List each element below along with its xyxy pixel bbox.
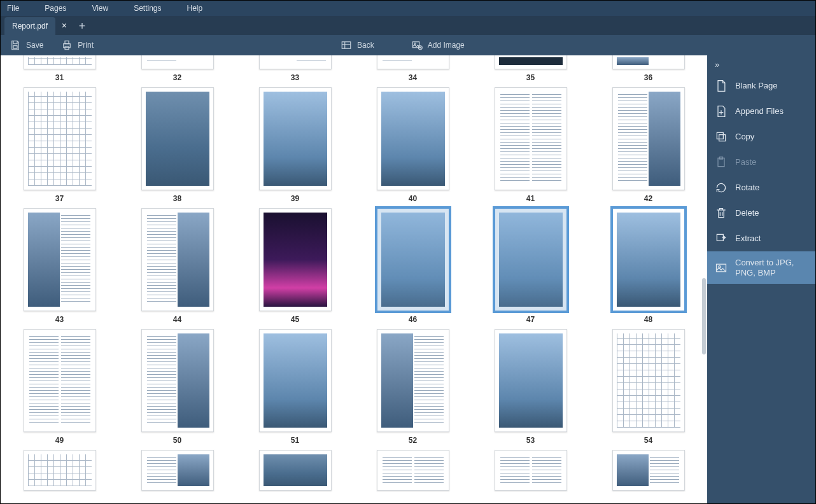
back-button[interactable]: Back xyxy=(332,39,383,51)
page-number: 52 xyxy=(409,436,417,445)
page-thumb[interactable] xyxy=(495,450,567,491)
sidebar-delete[interactable]: Delete xyxy=(707,200,815,226)
page-thumb[interactable] xyxy=(259,329,332,432)
page-number: 37 xyxy=(55,194,64,203)
menu-file[interactable]: File xyxy=(7,4,19,13)
page-thumb[interactable] xyxy=(259,87,332,190)
sidebar-item-label: Blank Page xyxy=(735,81,778,91)
page-number: 47 xyxy=(526,315,535,324)
page-thumb[interactable] xyxy=(259,450,332,491)
page-thumb[interactable] xyxy=(24,329,96,432)
page-thumb[interactable] xyxy=(24,87,96,190)
page-thumb[interactable] xyxy=(141,55,214,69)
menu-settings[interactable]: Settings xyxy=(134,4,161,13)
svg-rect-0 xyxy=(13,46,17,49)
page-thumb[interactable] xyxy=(612,87,685,190)
add-image-label: Add Image xyxy=(428,41,465,50)
svg-rect-4 xyxy=(342,42,351,49)
new-tab-button[interactable]: + xyxy=(73,17,91,35)
page-thumb[interactable] xyxy=(24,450,96,491)
print-button[interactable]: Print xyxy=(52,39,102,51)
menu-pages[interactable]: Pages xyxy=(45,4,66,13)
page-thumb[interactable] xyxy=(612,329,685,432)
page-number: 38 xyxy=(173,194,181,203)
page-thumb[interactable] xyxy=(24,208,96,311)
sidebar-item-label: Delete xyxy=(735,208,759,218)
sidebar-item-label: Copy xyxy=(735,132,754,142)
page-thumb[interactable] xyxy=(377,450,449,491)
sidebar-item-label: Rotate xyxy=(735,183,759,193)
page-thumb[interactable] xyxy=(259,208,332,311)
page-number: 46 xyxy=(409,315,417,324)
sidebar-blank-page[interactable]: Blank Page xyxy=(707,73,815,99)
add-image-button[interactable]: Add Image xyxy=(402,39,474,51)
page-thumb[interactable] xyxy=(141,450,214,491)
page-thumb[interactable] xyxy=(377,87,449,190)
page-number: 44 xyxy=(173,315,181,324)
svg-rect-3 xyxy=(65,46,69,50)
save-label: Save xyxy=(26,41,43,50)
sidebar-copy[interactable]: Copy xyxy=(707,124,815,150)
page-thumb-selected[interactable] xyxy=(495,208,567,311)
sidebar-item-label: Extract xyxy=(735,234,761,244)
page-number: 40 xyxy=(409,194,417,203)
page-thumb[interactable] xyxy=(495,87,567,190)
page-number: 54 xyxy=(644,436,652,445)
page-number: 32 xyxy=(173,73,181,82)
blank-page-icon xyxy=(715,80,728,92)
page-number: 39 xyxy=(291,194,299,203)
convert-image-icon xyxy=(715,262,728,274)
document-tab[interactable]: Report.pdf × xyxy=(4,17,55,35)
sidebar-extract[interactable]: Extract xyxy=(707,226,815,251)
svg-rect-9 xyxy=(717,132,723,139)
page-thumb[interactable] xyxy=(495,329,567,432)
add-image-icon xyxy=(411,39,423,51)
sidebar-convert[interactable]: Convert to JPG, PNG, BMP xyxy=(707,251,815,284)
chevron-right-icon: » xyxy=(715,60,719,69)
page-number: 36 xyxy=(644,73,652,82)
page-thumb[interactable] xyxy=(141,87,214,190)
page-thumb[interactable] xyxy=(24,55,96,69)
back-icon xyxy=(341,39,352,51)
sidebar-append-files[interactable]: Append Files xyxy=(707,99,815,124)
page-number: 45 xyxy=(291,315,299,324)
page-number: 33 xyxy=(291,73,299,82)
append-files-icon xyxy=(715,105,728,118)
page-number: 42 xyxy=(644,194,652,203)
svg-rect-1 xyxy=(64,44,71,48)
sidebar-item-label: Paste xyxy=(735,157,756,167)
page-number: 41 xyxy=(526,194,535,203)
page-thumb[interactable] xyxy=(495,55,567,69)
sidebar-item-label: Append Files xyxy=(735,106,784,116)
page-number: 48 xyxy=(644,315,652,324)
close-icon[interactable]: × xyxy=(62,21,67,30)
page-thumb[interactable] xyxy=(259,55,332,69)
sidebar-item-label: Convert to JPG, PNG, BMP xyxy=(735,258,808,277)
tab-bar: Report.pdf × + xyxy=(1,16,815,35)
page-number: 53 xyxy=(526,436,535,445)
page-thumb[interactable] xyxy=(377,329,449,432)
page-thumb-selected[interactable] xyxy=(377,208,449,311)
svg-rect-2 xyxy=(65,41,69,44)
svg-rect-8 xyxy=(719,135,726,141)
page-number: 51 xyxy=(291,436,299,445)
page-thumb[interactable] xyxy=(141,329,214,432)
save-button[interactable]: Save xyxy=(1,39,52,51)
page-thumb[interactable] xyxy=(141,208,214,311)
page-thumb-selected[interactable] xyxy=(612,208,685,311)
sidebar-paste: Paste xyxy=(707,150,815,175)
page-number: 35 xyxy=(526,73,535,82)
collapse-sidebar-button[interactable]: » xyxy=(707,55,815,73)
thumbnail-grid[interactable]: 31 32 33 34 35 36 37 38 39 40 41 42 43 4… xyxy=(1,55,707,503)
page-thumb[interactable] xyxy=(612,450,685,491)
page-thumb[interactable] xyxy=(612,55,685,69)
menu-view[interactable]: View xyxy=(92,4,108,13)
page-number: 49 xyxy=(55,436,64,445)
scrollbar-thumb[interactable] xyxy=(702,278,706,354)
save-icon xyxy=(10,39,21,51)
page-thumb[interactable] xyxy=(377,55,449,69)
menu-help[interactable]: Help xyxy=(187,4,203,13)
rotate-icon xyxy=(715,181,728,194)
sidebar-rotate[interactable]: Rotate xyxy=(707,175,815,200)
page-number: 34 xyxy=(409,73,417,82)
